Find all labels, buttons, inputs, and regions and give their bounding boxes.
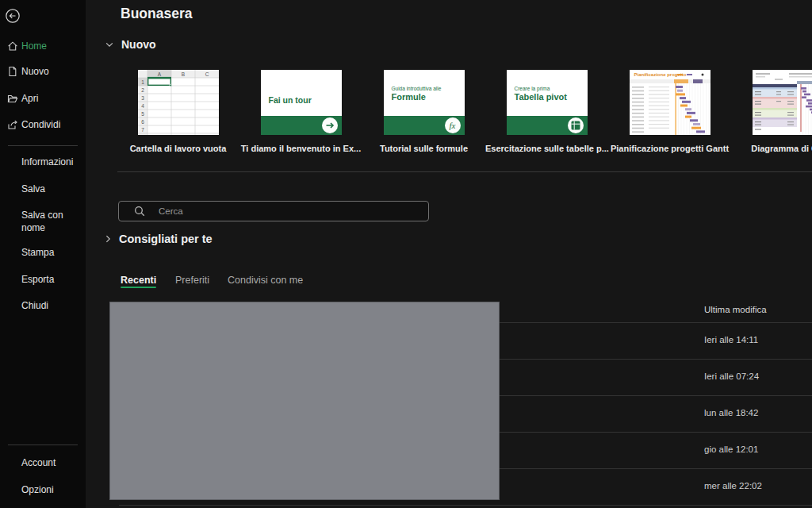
fx-badge-icon: fx: [445, 117, 461, 133]
sidebar: Home Nuovo Apri Cond: [0, 0, 86, 508]
sidebar-item-esporta[interactable]: Esporta: [21, 273, 54, 286]
share-icon: [6, 118, 19, 131]
svg-text:1: 1: [141, 79, 144, 85]
home-icon: [6, 40, 19, 52]
template-card-gantt-diagram[interactable]: Diagramma di Gantt: [731, 70, 812, 153]
formula-tutorial-thumbnail: Guida introduttiva alle Formule fx: [384, 70, 465, 135]
template-card-formula-tutorial[interactable]: Guida introduttiva alle Formule fx Tutor…: [362, 70, 485, 153]
template-card-gantt-planner[interactable]: Pianificazione progetto: [608, 70, 731, 153]
sidebar-item-label: Home: [21, 40, 47, 52]
sidebar-divider: [8, 145, 78, 146]
recommended-section-toggle[interactable]: Consigliati per te: [105, 233, 213, 245]
card-text-small: Creare la prima: [515, 86, 550, 91]
blank-workbook-thumbnail: A B C 1 2 3 4 5 6 7: [138, 70, 219, 135]
sidebar-item-opzioni[interactable]: Opzioni: [21, 483, 54, 496]
template-label: Pianificazione progetti Gantt: [608, 144, 731, 153]
excel-backstage-window: Home Nuovo Apri Cond: [0, 0, 812, 508]
row-divider: [119, 505, 812, 506]
template-label: Esercitazione sulle tabelle p...: [485, 144, 608, 153]
svg-text:7: 7: [141, 127, 144, 133]
sidebar-item-label: Apri: [21, 93, 38, 104]
card-green-band: [261, 116, 342, 135]
search-input[interactable]: [157, 206, 428, 217]
sidebar-item-salva[interactable]: Salva: [21, 183, 45, 195]
template-label: Diagramma di Gantt: [731, 144, 812, 153]
welcome-tour-thumbnail: Fai un tour: [261, 70, 342, 135]
gantt-thumb-title: Pianificazione progetto: [634, 72, 687, 77]
sidebar-item-label: Condividi: [21, 119, 60, 130]
svg-text:B: B: [181, 71, 184, 77]
template-label: Cartella di lavoro vuota: [117, 144, 239, 153]
last-modified-column-header: Ultima modifica: [704, 305, 767, 314]
back-icon: [3, 6, 22, 25]
template-card-blank-workbook[interactable]: A B C 1 2 3 4 5 6 7 Cartella di lavor: [117, 70, 239, 153]
svg-text:5: 5: [141, 111, 144, 117]
card-text-big: Tabella pivot: [515, 92, 567, 102]
pivot-table-icon: [568, 117, 584, 133]
template-card-pivot-table[interactable]: Creare la prima Tabella pivot Esercitazi…: [485, 70, 608, 153]
svg-text:2: 2: [141, 87, 144, 93]
sidebar-item-account[interactable]: Account: [21, 456, 56, 469]
sidebar-item-stampa[interactable]: Stampa: [21, 246, 54, 259]
gantt-planner-thumbnail: Pianificazione progetto: [630, 70, 710, 135]
section-divider: [117, 171, 812, 172]
sidebar-item-chiudi[interactable]: Chiudi: [21, 299, 48, 312]
tab-recenti[interactable]: Recenti: [121, 275, 156, 286]
back-button[interactable]: [3, 6, 22, 25]
sidebar-item-label: Nuovo: [21, 66, 49, 77]
card-text-small: Guida introduttiva alle: [392, 86, 442, 91]
backstage-content: Buonasera Nuovo: [86, 0, 812, 508]
card-green-band: [507, 116, 588, 135]
new-section-toggle[interactable]: Nuovo: [105, 38, 156, 51]
sidebar-item-home[interactable]: Home: [0, 37, 86, 55]
file-modified-time: gio alle 12:01: [704, 444, 758, 454]
chevron-down-icon: [105, 42, 113, 48]
file-modified-time: Ieri alle 07:24: [704, 371, 759, 381]
svg-text:C: C: [205, 71, 209, 77]
card-green-band: fx: [384, 116, 465, 135]
card-text-big: Formule: [392, 92, 426, 102]
template-label: Tutorial sulle formule: [362, 144, 485, 153]
file-modified-time: lun alle 18:42: [704, 408, 758, 418]
new-file-icon: [6, 65, 19, 78]
tab-condivisi-con-me[interactable]: Condivisi con me: [228, 275, 303, 286]
tab-preferiti[interactable]: Preferiti: [175, 275, 209, 286]
redacted-file-names-area: [109, 302, 500, 500]
file-modified-time: Ieri alle 14:11: [704, 335, 758, 344]
search-box: [118, 201, 429, 221]
svg-text:A: A: [157, 71, 161, 77]
sidebar-item-informazioni[interactable]: Informazioni: [21, 156, 73, 168]
file-modified-time: mer alle 22:02: [704, 481, 762, 491]
sidebar-divider: [8, 444, 78, 445]
greeting-title: Buonasera: [121, 6, 192, 22]
sidebar-item-nuovo[interactable]: Nuovo: [0, 63, 86, 80]
chevron-right-icon: [105, 235, 111, 243]
svg-text:3: 3: [141, 95, 144, 101]
active-tab-underline: [121, 287, 156, 288]
pivot-table-thumbnail: Creare la prima Tabella pivot: [507, 70, 588, 135]
gantt-diagram-thumbnail: [753, 70, 812, 135]
open-folder-icon: [6, 92, 19, 105]
template-label: Ti diamo il benvenuto in Ex...: [239, 144, 362, 153]
svg-text:6: 6: [141, 119, 144, 125]
sidebar-item-salva-con-nome[interactable]: Salva con nome: [21, 209, 71, 234]
svg-text:4: 4: [141, 103, 144, 109]
new-section-label: Nuovo: [121, 38, 156, 51]
sidebar-item-condividi[interactable]: Condividi: [0, 116, 86, 133]
template-card-welcome-tour[interactable]: Fai un tour Ti diamo il benvenuto in Ex.…: [239, 70, 362, 153]
recommended-section-label: Consigliati per te: [119, 233, 213, 245]
sidebar-item-apri[interactable]: Apri: [0, 90, 86, 107]
search-icon: [134, 206, 145, 217]
arrow-right-icon: [322, 117, 338, 133]
card-text: Fai un tour: [269, 95, 312, 105]
